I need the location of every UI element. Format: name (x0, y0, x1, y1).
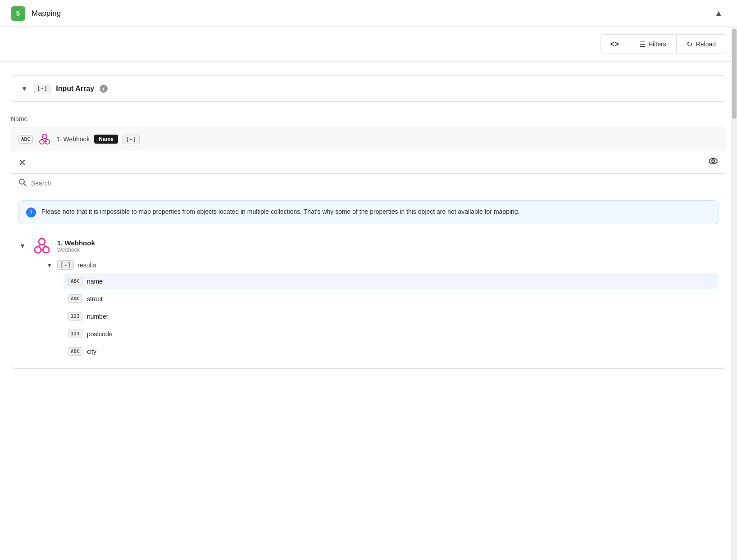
results-collapse-button[interactable]: ▼ (45, 261, 54, 270)
prop-name: city (87, 348, 96, 355)
toolbar: <> ☰ Filters ↻ Reload (0, 27, 737, 62)
svg-line-9 (24, 184, 26, 186)
svg-point-2 (42, 134, 47, 139)
prop-type-badge: 123 (68, 330, 82, 338)
filters-icon: ☰ (639, 40, 646, 49)
svg-line-14 (43, 244, 45, 247)
info-note-text: Please note that it is impossible to map… (41, 207, 520, 217)
tree-collapse-button[interactable]: ▼ (18, 241, 27, 250)
svg-point-12 (39, 239, 45, 245)
tree-root-name: 1. Webhook (57, 239, 95, 247)
code-icon: <> (610, 40, 619, 48)
prop-type-badge: ABC (68, 294, 82, 303)
tree-root-info: 1. Webhook Webhook (57, 239, 95, 253)
info-note-icon: i (26, 208, 36, 217)
section-collapse-button[interactable]: ▼ (20, 84, 28, 93)
mapping-field-header: ABC 1. Webhook Name [-] (11, 127, 726, 151)
webhook-icon-small (37, 132, 52, 146)
svg-point-11 (43, 247, 49, 253)
prop-name: postcode (87, 330, 113, 338)
eye-icon (708, 156, 719, 167)
prop-name: number (87, 313, 108, 320)
prop-type-badge: 123 (68, 312, 82, 321)
prop-type-badge: ABC (68, 277, 82, 285)
info-note: i Please note that it is impossible to m… (18, 200, 719, 224)
search-input[interactable] (31, 180, 719, 187)
reload-icon: ↻ (687, 40, 692, 49)
webhook-name-small: 1. Webhook (56, 135, 90, 143)
tree-root: ▼ 1. Webhook Webhook (18, 236, 719, 256)
array-badge: [-] (34, 84, 50, 93)
results-label: results (77, 262, 96, 269)
preview-button[interactable] (708, 156, 719, 169)
dropdown-top-bar: ✕ (11, 151, 726, 174)
svg-point-0 (40, 140, 44, 144)
clear-button[interactable]: ✕ (18, 158, 26, 167)
filters-button[interactable]: ☰ Filters (629, 34, 677, 54)
reload-button[interactable]: ↻ Reload (677, 34, 726, 54)
svg-point-6 (709, 158, 717, 164)
svg-line-4 (45, 138, 47, 140)
svg-point-10 (35, 247, 41, 253)
prop-type-badge: ABC (68, 347, 82, 356)
list-item[interactable]: ABC name (64, 273, 719, 289)
section-info-icon[interactable]: i (100, 85, 108, 93)
svg-point-7 (712, 160, 714, 163)
webhook-tree: ▼ 1. Webhook Webhook (11, 231, 726, 368)
list-item[interactable]: 123 postcode (64, 326, 719, 342)
search-icon (18, 178, 27, 188)
header-actions: ▲ (711, 7, 726, 20)
prop-name: name (87, 278, 103, 285)
list-item[interactable]: 123 number (64, 308, 719, 324)
code-button[interactable]: <> (600, 34, 629, 54)
step-badge: 5 (11, 6, 25, 21)
search-bar (11, 174, 726, 193)
svg-line-13 (38, 244, 41, 247)
name-field-label: Name (11, 115, 726, 122)
main-content: ▼ [-] Input Array i Name ABC 1. Webhook … (0, 62, 737, 391)
mapping-row: ABC 1. Webhook Name [-] ✕ (11, 127, 726, 369)
input-array-section: ▼ [-] Input Array i (11, 75, 726, 102)
results-array-badge: [-] (57, 260, 74, 270)
abc-badge: ABC (18, 135, 33, 144)
header-bar: 5 Mapping ▲ (0, 0, 737, 27)
scrollbar[interactable] (731, 27, 737, 560)
reload-label: Reload (696, 41, 716, 48)
webhook-icon-large (32, 236, 52, 256)
array-badge-small: [-] (123, 135, 139, 144)
page-title: Mapping (32, 9, 711, 18)
section-header: ▼ [-] Input Array i (11, 76, 726, 101)
svg-line-3 (42, 138, 44, 140)
property-list: ABC name ABC street 123 number 123 postc… (64, 273, 719, 359)
field-name-badge: Name (94, 135, 118, 144)
scroll-thumb (732, 29, 737, 119)
results-row: ▼ [-] results (45, 260, 719, 270)
list-item[interactable]: ABC city (64, 343, 719, 359)
section-title: Input Array (56, 85, 94, 93)
prop-name: street (87, 295, 103, 303)
collapse-button[interactable]: ▲ (711, 7, 726, 20)
list-item[interactable]: ABC street (64, 291, 719, 307)
filters-label: Filters (649, 41, 666, 48)
tree-root-subtitle: Webhook (57, 247, 95, 253)
